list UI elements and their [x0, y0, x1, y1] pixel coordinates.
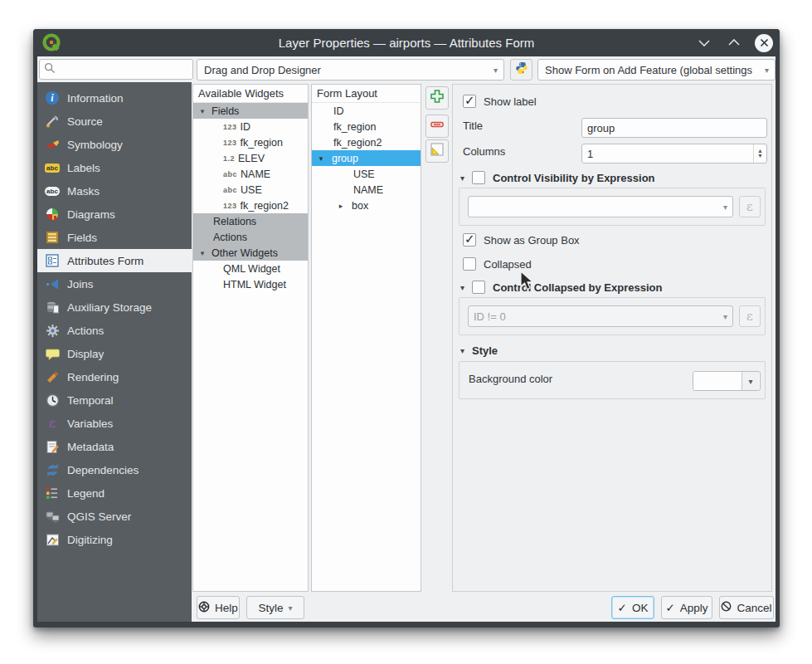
- control-visibility-checkbox[interactable]: [472, 171, 485, 184]
- apply-button[interactable]: ✓ Apply: [661, 596, 712, 619]
- chevron-down-icon[interactable]: ▾: [317, 154, 325, 163]
- help-icon: [198, 601, 210, 615]
- sidebar-item-labels[interactable]: abc Labels: [37, 156, 192, 179]
- sidebar-item-digitizing[interactable]: Digitizing: [37, 528, 192, 551]
- check-icon: ✓: [665, 601, 674, 614]
- chevron-down-icon[interactable]: ▾: [460, 283, 464, 292]
- number-type-icon: 123: [223, 139, 237, 147]
- cancel-button[interactable]: Cancel: [719, 596, 774, 619]
- form-editor-type-value: Drag and Drop Designer: [204, 64, 321, 76]
- maximize-icon[interactable]: [725, 34, 743, 52]
- sidebar-item-rendering[interactable]: Rendering: [37, 365, 192, 388]
- visibility-expression-builder-button[interactable]: ε: [739, 196, 761, 217]
- sidebar-item-diagrams[interactable]: Diagrams: [37, 203, 192, 226]
- masks-icon: abc: [45, 183, 60, 198]
- decimal-type-icon: 1.2: [223, 154, 235, 163]
- sidebar-item-source[interactable]: Source: [37, 110, 192, 133]
- sidebar-item-attributes-form[interactable]: Attributes Form: [37, 249, 192, 272]
- collapsed-checkbox[interactable]: [463, 257, 476, 271]
- chevron-down-icon[interactable]: ▾: [198, 107, 207, 115]
- tree-item-fk-region[interactable]: 123 fk_region: [193, 134, 308, 150]
- sidebar-item-temporal[interactable]: Temporal: [37, 388, 192, 412]
- tree-item-html-widget[interactable]: HTML Widget: [193, 276, 308, 292]
- dependencies-icon: [45, 462, 60, 477]
- show-form-on-add-feature-combo[interactable]: Show Form on Add Feature (global setting…: [537, 59, 776, 81]
- tree-item-group-selected[interactable]: ▾ group: [312, 150, 421, 166]
- columns-spinbox[interactable]: [581, 144, 767, 164]
- sidebar-item-variables[interactable]: ε Variables: [37, 412, 192, 435]
- title-bar: Layer Properties — airports — Attributes…: [33, 29, 780, 56]
- search-input[interactable]: [39, 59, 193, 80]
- background-color-label: Background color: [469, 373, 552, 385]
- title-label: Title: [463, 120, 483, 132]
- number-type-icon: 123: [223, 202, 237, 210]
- tree-item-fields-category[interactable]: ▾ Fields: [193, 103, 308, 119]
- show-label-text: Show label: [484, 95, 537, 108]
- sidebar-item-masks[interactable]: abc Masks: [37, 179, 192, 203]
- help-button[interactable]: Help: [197, 596, 240, 619]
- tree-item-fk-region[interactable]: fk_region: [312, 119, 421, 134]
- ok-button[interactable]: ✓ OK: [611, 596, 654, 619]
- spin-down-icon[interactable]: ▼: [757, 154, 763, 159]
- tree-item-elev[interactable]: 1.2 ELEV: [193, 150, 308, 166]
- search-icon: [44, 62, 56, 77]
- display-icon: [45, 346, 60, 361]
- minimize-icon[interactable]: [695, 34, 713, 52]
- sidebar-item-auxiliary-storage[interactable]: Auxiliary Storage: [37, 295, 192, 319]
- collapsed-expression-builder-button[interactable]: ε: [739, 305, 761, 327]
- tree-item-fk-region2[interactable]: 123 fk_region2: [193, 198, 308, 213]
- sidebar-item-fields[interactable]: Fields: [37, 226, 192, 249]
- sidebar-item-metadata[interactable]: Metadata: [37, 435, 192, 458]
- plus-icon: [430, 89, 445, 107]
- form-editor-type-combo[interactable]: Drag and Drop Designer ▾: [197, 59, 504, 81]
- cancel-icon: [721, 601, 732, 614]
- chevron-right-icon[interactable]: ▸: [337, 202, 345, 210]
- sidebar-item-actions[interactable]: Actions: [37, 319, 192, 342]
- number-type-icon: 123: [223, 123, 237, 131]
- tree-item-actions-category[interactable]: Actions: [193, 229, 308, 245]
- add-container-button[interactable]: [425, 86, 449, 110]
- tree-item-use[interactable]: abc USE: [193, 182, 308, 198]
- attributes-form-icon: [45, 253, 60, 268]
- tree-item-use[interactable]: USE: [312, 166, 421, 182]
- rename-container-button[interactable]: [425, 139, 449, 163]
- tree-item-id[interactable]: 123 ID: [193, 119, 308, 134]
- available-widgets-title: Available Widgets: [193, 85, 308, 103]
- show-as-group-box-checkbox[interactable]: [463, 233, 476, 247]
- sidebar-item-dependencies[interactable]: Dependencies: [37, 458, 192, 481]
- collapsed-expression-frame: ID != 0 ▾ ε: [459, 297, 766, 335]
- chevron-down-icon[interactable]: ▾: [198, 249, 207, 257]
- sidebar-item-legend[interactable]: Legend: [37, 481, 192, 505]
- tree-item-other-widgets-category[interactable]: ▾ Other Widgets: [193, 245, 308, 261]
- sidebar-item-joins[interactable]: Joins: [37, 272, 192, 295]
- control-collapsed-checkbox[interactable]: [472, 281, 485, 294]
- python-init-button[interactable]: [510, 59, 532, 81]
- close-icon[interactable]: [755, 34, 773, 52]
- chevron-down-icon[interactable]: ▾: [460, 346, 464, 355]
- remove-container-button[interactable]: [425, 115, 449, 138]
- title-input[interactable]: [581, 118, 767, 138]
- sidebar-item-qgis-server[interactable]: QGIS Server: [37, 505, 192, 528]
- layer-properties-dialog: Layer Properties — airports — Attributes…: [33, 29, 780, 627]
- show-form-value: Show Form on Add Feature (global setting…: [545, 64, 752, 76]
- sidebar-item-display[interactable]: Display: [37, 342, 192, 365]
- sidebar-item-information[interactable]: i Information: [37, 86, 192, 110]
- tree-item-box[interactable]: ▸ box: [312, 198, 421, 213]
- tree-item-fk-region2[interactable]: fk_region2: [312, 134, 421, 150]
- tree-item-name[interactable]: NAME: [312, 182, 421, 198]
- visibility-expression-combo[interactable]: ▾: [468, 196, 733, 217]
- tree-item-name[interactable]: abc NAME: [193, 166, 308, 182]
- chevron-down-icon[interactable]: ▾: [460, 173, 464, 183]
- show-label-checkbox[interactable]: [463, 95, 476, 108]
- tree-item-qml-widget[interactable]: QML Widget: [193, 261, 308, 276]
- tree-item-id[interactable]: ID: [312, 103, 421, 119]
- style-frame: Background color ▾: [459, 361, 766, 399]
- style-dropdown-button[interactable]: Style ▾: [246, 596, 304, 619]
- collapsed-expression-combo[interactable]: ID != 0 ▾: [468, 305, 733, 327]
- tree-item-relations-category[interactable]: Relations: [193, 213, 308, 229]
- spinbox-arrows[interactable]: ▲▼: [753, 144, 766, 163]
- sidebar-item-symbology[interactable]: Symbology: [37, 133, 192, 156]
- background-color-dropdown[interactable]: ▾: [693, 371, 761, 391]
- properties-sidebar: i Information Source Symbology abc Label…: [37, 82, 192, 622]
- legend-icon: [45, 486, 60, 500]
